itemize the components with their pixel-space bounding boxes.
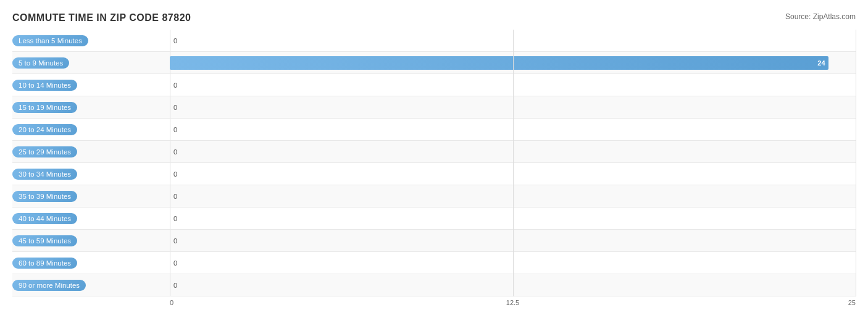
bar-row: 20 to 24 Minutes0: [12, 119, 856, 141]
bar-label-container: 60 to 89 Minutes: [12, 258, 170, 269]
bar-track: 0: [170, 208, 856, 229]
bar-track: 24: [170, 52, 856, 73]
chart-header: COMMUTE TIME IN ZIP CODE 87820 Source: Z…: [12, 12, 856, 23]
chart-title: COMMUTE TIME IN ZIP CODE 87820: [12, 12, 191, 23]
bar-value-label: 24: [817, 59, 825, 67]
bar-label-container: Less than 5 Minutes: [12, 35, 170, 46]
bar-label-container: 35 to 39 Minutes: [12, 191, 170, 202]
bar-row: 15 to 19 Minutes0: [12, 96, 856, 119]
label-pill: 15 to 19 Minutes: [12, 102, 77, 113]
grid-line-end: [856, 30, 856, 296]
label-pill: 30 to 34 Minutes: [12, 169, 77, 180]
bar-row: 35 to 39 Minutes0: [12, 185, 856, 208]
label-pill: 60 to 89 Minutes: [12, 258, 77, 269]
bar-row: 10 to 14 Minutes0: [12, 74, 856, 96]
chart-rows-wrapper: Less than 5 Minutes05 to 9 Minutes2410 t…: [12, 30, 856, 296]
bar-value-label: 0: [173, 193, 177, 200]
label-pill: 35 to 39 Minutes: [12, 191, 77, 202]
bar-track: 0: [170, 274, 856, 296]
chart-area: Less than 5 Minutes05 to 9 Minutes2410 t…: [12, 30, 856, 311]
bar-track: 0: [170, 96, 856, 118]
bar-label-container: 20 to 24 Minutes: [12, 124, 170, 135]
label-pill: 5 to 9 Minutes: [12, 57, 69, 69]
bar-label-container: 25 to 29 Minutes: [12, 146, 170, 157]
bar-row: 40 to 44 Minutes0: [12, 208, 856, 230]
bar-value-label: 0: [173, 215, 177, 222]
bar-row: 5 to 9 Minutes24: [12, 52, 856, 74]
bar-value-label: 0: [173, 37, 177, 44]
bar-value-label: 0: [173, 237, 177, 245]
bar-label-container: 30 to 34 Minutes: [12, 169, 170, 180]
bar-label-container: 10 to 14 Minutes: [12, 80, 170, 91]
x-axis-label: 25: [848, 299, 856, 306]
label-pill: Less than 5 Minutes: [12, 35, 88, 46]
bar-value-label: 0: [173, 148, 177, 156]
bar-value-label: 0: [173, 259, 177, 267]
label-pill: 90 or more Minutes: [12, 280, 86, 291]
chart-container: COMMUTE TIME IN ZIP CODE 87820 Source: Z…: [0, 6, 868, 323]
label-pill: 45 to 59 Minutes: [12, 235, 77, 246]
label-pill: 10 to 14 Minutes: [12, 80, 77, 91]
chart-source: Source: ZipAtlas.com: [785, 12, 856, 21]
label-pill: 20 to 24 Minutes: [12, 124, 77, 135]
x-axis-label: 0: [170, 299, 173, 306]
bar-label-container: 5 to 9 Minutes: [12, 57, 170, 69]
bar-track: 0: [170, 185, 856, 207]
label-pill: 40 to 44 Minutes: [12, 213, 77, 224]
bar-label-container: 15 to 19 Minutes: [12, 102, 170, 113]
bar-track: 0: [170, 141, 856, 162]
bar-row: 30 to 34 Minutes0: [12, 163, 856, 185]
bar-track: 0: [170, 230, 856, 251]
bar-track: 0: [170, 30, 856, 51]
bar-label-container: 90 or more Minutes: [12, 280, 170, 291]
x-axis-label: 12.5: [506, 299, 519, 306]
bar-value-label: 0: [173, 170, 177, 178]
bar-value-label: 0: [173, 126, 177, 133]
bar-row: 45 to 59 Minutes0: [12, 230, 856, 252]
bar-track: 0: [170, 119, 856, 140]
bar-row: 60 to 89 Minutes0: [12, 252, 856, 274]
bar-value-label: 0: [173, 104, 177, 111]
bar-value-label: 0: [173, 282, 177, 289]
bar-row: 25 to 29 Minutes0: [12, 141, 856, 163]
bar-fill: 24: [170, 56, 828, 70]
x-axis: 012.525: [170, 299, 856, 311]
bar-label-container: 40 to 44 Minutes: [12, 213, 170, 224]
bar-value-label: 0: [173, 82, 177, 89]
bar-row: 90 or more Minutes0: [12, 274, 856, 296]
bar-row: Less than 5 Minutes0: [12, 30, 856, 52]
bar-track: 0: [170, 252, 856, 274]
bar-track: 0: [170, 74, 856, 96]
bar-track: 0: [170, 163, 856, 185]
label-pill: 25 to 29 Minutes: [12, 146, 77, 157]
bar-label-container: 45 to 59 Minutes: [12, 235, 170, 246]
